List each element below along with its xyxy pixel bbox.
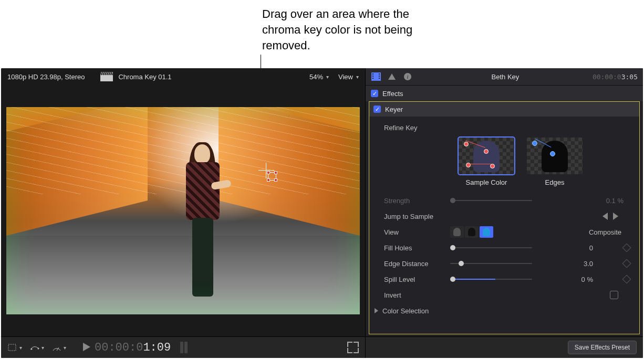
view-composite-button[interactable]: [480, 226, 493, 238]
viewer-canvas[interactable]: [6, 107, 360, 314]
keyer-header[interactable]: ✓ Keyer: [369, 102, 639, 117]
svg-point-4: [38, 348, 39, 350]
svg-rect-13: [379, 78, 380, 79]
effects-label: Effects: [382, 90, 403, 98]
foreground-subject: [180, 144, 227, 293]
timecode-bright: 1:09: [143, 341, 171, 354]
info-icon: i: [403, 72, 412, 81]
info-inspector-tab[interactable]: i: [402, 71, 413, 82]
gauge-icon: [51, 343, 62, 352]
keyer-effect-block: ✓ Keyer Refine Key: [369, 101, 640, 334]
fill-holes-slider[interactable]: [450, 244, 532, 251]
keyer-checkbox[interactable]: ✓: [373, 105, 381, 113]
sample-color-label: Sample Color: [466, 178, 507, 186]
refine-key-label: Refine Key: [384, 124, 450, 132]
view-mode-label: View: [384, 228, 450, 236]
chevron-down-icon: ▾: [64, 345, 66, 351]
keyer-label: Keyer: [385, 105, 403, 113]
spill-level-value[interactable]: 0 %: [556, 276, 593, 283]
invert-label: Invert: [384, 291, 450, 299]
sample-color-option[interactable]: Sample Color: [459, 138, 514, 186]
svg-rect-8: [372, 73, 373, 75]
inspector-footer: Save Effects Preset: [366, 336, 643, 358]
effects-checkbox[interactable]: ✓: [371, 90, 378, 97]
clapper-icon: [100, 72, 113, 81]
viewer-top-bar: 1080p HD 23.98p, Stereo Chroma Key 01.1 …: [1, 68, 365, 85]
view-original-button[interactable]: [450, 226, 464, 238]
color-selection-label: Color Selection: [382, 307, 429, 315]
strength-value[interactable]: 0.1 %: [587, 197, 624, 205]
timecode-display[interactable]: 00:00:01:09: [95, 341, 171, 354]
zoom-dropdown[interactable]: 54% ▾: [309, 73, 329, 81]
viewer-canvas-wrap: [1, 85, 365, 336]
clip-name: Chroma Key 01.1: [118, 73, 171, 81]
strength-slider[interactable]: [450, 197, 532, 204]
fullscreen-button[interactable]: [347, 342, 359, 353]
inspector-timecode: 00:00:03:05: [593, 73, 638, 81]
edge-distance-value[interactable]: 3.0: [556, 260, 593, 268]
svg-marker-6: [83, 343, 90, 351]
fcp-window: 1080p HD 23.98p, Stereo Chroma Key 01.1 …: [1, 68, 643, 358]
viewer-toolbar: ▾ ▾ ▾ 00:00:01:09: [1, 336, 365, 358]
color-inspector-tab[interactable]: [387, 71, 397, 82]
view-mode-segmented[interactable]: [450, 226, 494, 238]
format-label: 1080p HD 23.98p, Stereo: [7, 73, 85, 81]
video-inspector-tab[interactable]: [371, 71, 381, 82]
callout-text: Drag over an area where the chroma key c…: [262, 7, 412, 52]
svg-marker-14: [388, 73, 396, 80]
timecode-dim: 00:00:0: [95, 341, 143, 354]
crop-icon: [7, 343, 18, 352]
keyframe-icon[interactable]: [622, 259, 631, 268]
view-matte-button[interactable]: [465, 226, 479, 238]
edges-label: Edges: [545, 178, 565, 186]
view-mode-value: Composite: [587, 228, 624, 236]
video-frame: [6, 107, 360, 314]
edge-distance-slider[interactable]: [450, 260, 532, 267]
spill-level-label: Spill Level: [384, 276, 450, 283]
speed-menu[interactable]: ▾: [51, 343, 66, 352]
chevron-down-icon: ▾: [19, 345, 22, 351]
edges-option[interactable]: Edges: [527, 138, 583, 186]
view-dropdown[interactable]: View ▾: [338, 73, 359, 81]
color-selection-row[interactable]: Color Selection: [375, 303, 630, 319]
edge-distance-label: Edge Distance: [384, 260, 450, 268]
chevron-down-icon: ▾: [326, 74, 329, 80]
clip-appearance-menu[interactable]: ▾: [7, 343, 22, 352]
retime-menu[interactable]: ▾: [29, 343, 44, 352]
invert-checkbox[interactable]: [610, 291, 618, 299]
inspector-header: i Beth Key 00:00:03:05: [366, 68, 643, 85]
spill-level-slider[interactable]: [450, 276, 532, 283]
jump-next-button[interactable]: [613, 213, 618, 220]
keyframe-icon[interactable]: [622, 244, 631, 252]
audio-skimming-indicator[interactable]: [180, 342, 196, 353]
svg-point-3: [31, 349, 33, 350]
refine-key-options: Sample Color Edges: [459, 138, 630, 186]
filmstrip-icon: [371, 72, 381, 81]
inspector-clip-title: Beth Key: [418, 73, 593, 81]
effects-section-header[interactable]: ✓ Effects: [366, 85, 643, 101]
jump-to-sample-controls: [603, 213, 618, 220]
sample-color-thumbnail: [459, 138, 514, 174]
jump-to-sample-label: Jump to Sample: [384, 213, 450, 220]
svg-rect-12: [379, 76, 380, 77]
svg-rect-2: [8, 344, 16, 351]
save-effects-preset-button[interactable]: Save Effects Preset: [568, 341, 637, 354]
chevron-down-icon: ▾: [41, 345, 44, 351]
play-icon: [83, 343, 90, 351]
svg-rect-11: [379, 73, 380, 75]
disclosure-triangle-icon: [375, 308, 378, 313]
svg-text:i: i: [407, 73, 408, 80]
retime-icon: [29, 343, 40, 352]
svg-rect-0: [100, 75, 113, 81]
play-button[interactable]: [83, 343, 90, 353]
viewer-pane: 1080p HD 23.98p, Stereo Chroma Key 01.1 …: [1, 68, 365, 358]
jump-prev-button[interactable]: [603, 213, 608, 220]
zoom-value: 54%: [309, 73, 323, 81]
strength-label: Strength: [384, 197, 450, 205]
inspector-pane: i Beth Key 00:00:03:05 ✓ Effects ✓ Keyer…: [365, 68, 643, 358]
keyframe-icon[interactable]: [622, 275, 631, 284]
view-label: View: [338, 73, 353, 81]
fill-holes-label: Fill Holes: [384, 244, 450, 252]
fill-holes-value[interactable]: 0: [556, 244, 593, 252]
instruction-callout: Drag over an area where the chroma key c…: [262, 6, 430, 54]
